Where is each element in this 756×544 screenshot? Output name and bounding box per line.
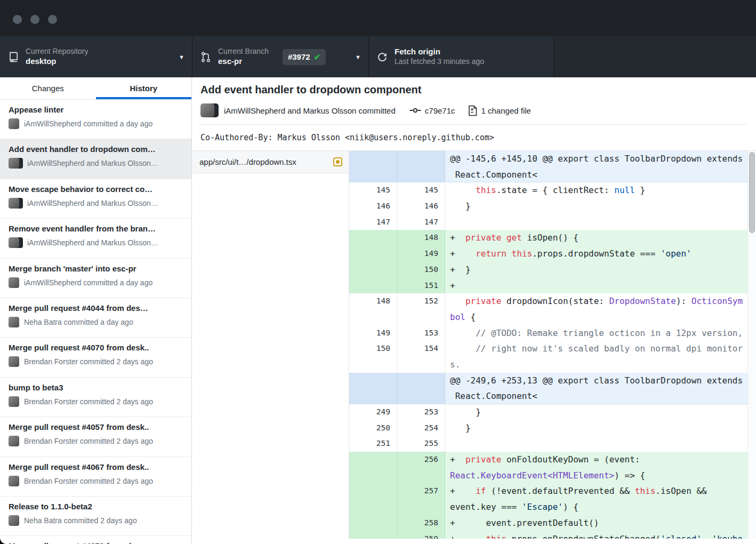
branch-label: Current Branch [218,47,269,57]
commit-list-item[interactable]: Merge pull request #4073 from d… [0,536,191,544]
old-line-number [349,499,397,515]
new-line-number: 149 [397,246,445,262]
commit-item-title: Merge pull request #4070 from desk.. [9,343,185,352]
old-line-number: 149 [349,325,397,341]
commit-list-item[interactable]: Appease linteriAmWillShepherd committed … [0,100,191,139]
commit-list-item[interactable]: Move escape behavior to correct co…iAmWi… [0,179,191,219]
commit-list-item[interactable]: Release to 1.1.0-beta2Neha Batra committ… [0,497,191,536]
diff-scrollbar[interactable] [747,151,756,539]
new-line-number [397,468,445,484]
old-line-number [349,515,397,531]
diff-line: 151+ [349,278,747,294]
commit-item-meta: Neha Batra committed a day ago [24,318,133,326]
commit-item-title: Merge pull request #4073 from d… [9,541,185,544]
fetch-subtitle: Last fetched 3 minutes ago [395,57,484,67]
diff-line: 257+ if (!event.defaultPrevented && this… [349,483,747,499]
sync-icon [376,51,388,63]
sidebar-tabs: Changes History [0,77,191,100]
pull-request-badge[interactable]: #3972 ✔ [283,49,326,65]
commit-item-title: Merge pull request #4044 from des… [9,303,185,313]
commit-item-avatar [9,436,19,446]
commit-list-item[interactable]: Merge pull request #4044 from des…Neha B… [0,298,191,338]
ci-success-check-icon: ✔ [314,52,321,62]
old-line-number [349,167,397,182]
file-diff-icon [468,105,478,116]
old-line-number: 150 [349,341,397,357]
commit-list-item[interactable]: Merge pull request #4070 from desk..Bren… [0,338,191,377]
diff-line: 258+ event.preventDefault() [349,515,747,531]
new-line-number: 146 [397,198,445,214]
diff-line: 147147 [349,214,747,230]
diff-code-text: @@ -249,6 +253,13 @@ export class Toolba… [445,373,747,389]
repository-dropdown-button[interactable]: Current Repository desktop ▼ [0,36,192,77]
old-line-number: 148 [349,293,397,309]
old-line-number [349,262,397,278]
new-line-number [397,357,445,373]
old-line-number: 145 [349,182,397,198]
commit-detail-panel: Add event handler to dropdown component … [192,77,756,544]
new-line-number [397,309,445,325]
commit-list-item[interactable]: Merge branch 'master' into esc-priAmWill… [0,259,191,298]
titlebar [0,0,756,36]
commit-list-item[interactable]: Remove event handler from the bran…iAmWi… [0,219,191,258]
chevron-down-icon: ▼ [171,54,184,60]
new-line-number [397,388,445,404]
changed-file-row[interactable]: app/src/ui/t…/dropdown.tsx [192,151,349,173]
diff-code-text: s. [445,357,747,373]
diff-code-text: @@ -145,6 +145,10 @@ export class Toolba… [445,151,747,167]
old-line-number: 146 [349,198,397,214]
new-line-number: 154 [397,341,445,357]
commit-hash[interactable]: c79e71c [425,106,455,115]
diff-code-text [445,214,747,230]
diff-line: 251255 [349,436,747,452]
window-rounded-corner [0,537,7,544]
diff-code-text: React.Component< [445,388,747,404]
new-line-number: 151 [397,278,445,294]
commit-item-meta: iAmWillShepherd committed a day ago [24,278,152,287]
diff-code-text: + [445,278,747,294]
tab-changes[interactable]: Changes [0,77,96,99]
file-modified-status-icon [333,157,342,166]
close-window-button[interactable] [13,15,22,24]
zoom-window-button[interactable] [48,15,57,24]
diff-line: 149+ return this.props.dropdownState ===… [349,246,747,262]
commit-list-item[interactable]: Merge pull request #4067 from desk..Bren… [0,457,191,497]
old-line-number [349,373,397,389]
diff-line: bol { [349,309,747,325]
commit-list-item[interactable]: Merge pull request #4057 from desk..Bren… [0,417,191,457]
chevron-down-icon: ▼ [348,54,361,60]
fetch-origin-button[interactable]: Fetch origin Last fetched 3 minutes ago [369,36,554,77]
old-line-number: 251 [349,436,397,452]
new-line-number: 258 [397,515,445,531]
commit-item-title: Merge pull request #4057 from desk.. [9,422,185,431]
old-line-number [349,230,397,246]
minimize-window-button[interactable] [30,15,39,24]
commit-item-meta: Brendan Forster committed 2 days ago [24,357,153,366]
new-line-number: 148 [397,230,445,246]
commit-item-avatar [9,476,19,486]
diff-code-text: this.state = { clientRect: null } [445,182,747,198]
git-commit-icon [409,107,421,114]
diff-line: 149153 // @TODO: Remake triangle octicon… [349,325,747,341]
commit-author-avatars [200,103,219,117]
commit-item-avatar [9,237,22,248]
branch-dropdown-button[interactable]: Current Branch esc-pr #3972 ✔ ▼ [192,36,369,77]
diff-code-text: bol { [445,309,747,325]
commit-item-avatar [9,118,19,129]
diff-code-text: } [445,404,747,420]
diff-code-text: React.Component< [445,167,747,182]
commit-item-title: Add event handler to dropdown com… [9,145,185,154]
traffic-lights [13,15,57,24]
commit-item-title: bump to beta3 [9,383,185,392]
commit-list-item[interactable]: Add event handler to dropdown com…iAmWil… [0,139,191,179]
new-line-number [397,373,445,389]
toolbar-empty-area [554,36,756,77]
tab-history[interactable]: History [96,77,192,99]
diff-scrollbar-thumb[interactable] [749,152,755,233]
new-line-number: 147 [397,214,445,230]
diff-line: 150+ } [349,262,747,278]
changed-files-count: 1 changed file [481,106,531,115]
commit-list-item[interactable]: bump to beta3Brendan Forster committed 2… [0,378,191,417]
diff-line: 145145 this.state = { clientRect: null } [349,182,747,198]
commit-item-avatar [9,277,19,288]
